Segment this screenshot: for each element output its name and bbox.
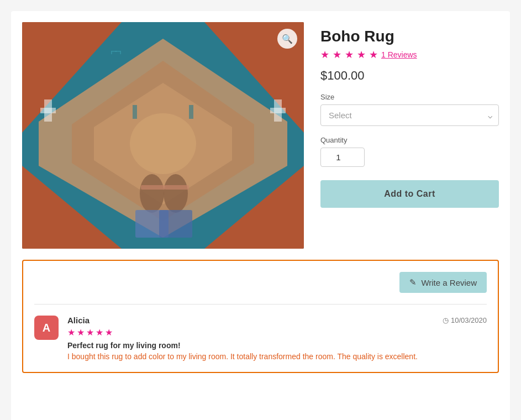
product-details: Boho Rug ★ ★ ★ ★ ★ 1 Reviews $100.00 Siz… [320,22,499,208]
review-star-4: ★ [96,327,103,338]
quantity-input[interactable] [320,148,365,167]
product-title: Boho Rug [320,28,499,45]
product-section: ⌐ ⌐ 🔍 [22,22,499,249]
clock-icon: ◷ [443,316,449,324]
size-select-wrapper: Select Small Medium Large X-Large ⌵ [320,104,499,126]
review-date: ◷ 10/03/2020 [443,316,487,324]
review-star-2: ★ [77,327,85,338]
reviews-divider [34,304,487,305]
star-2: ★ [333,49,341,61]
review-item: A Alicia ◷ 10/03/2020 ★ ★ ★ ★ ★ Perf [34,316,487,361]
product-image: ⌐ ⌐ [22,22,304,249]
reviewer-avatar: A [34,316,59,340]
write-review-label: Write a Review [421,278,477,287]
add-to-cart-button[interactable]: Add to Cart [320,180,499,208]
svg-point-8 [130,113,196,174]
write-review-button[interactable]: ✎ Write a Review [399,272,487,293]
review-headline: Perfect rug for my living room! [67,341,487,350]
star-1: ★ [320,49,329,61]
review-star-1: ★ [67,327,75,338]
svg-rect-19 [141,185,165,190]
page-container: ⌐ ⌐ 🔍 [11,11,510,420]
review-top-row: Alicia ◷ 10/03/2020 [67,316,487,325]
search-button[interactable]: 🔍 [277,29,297,49]
review-body: I bought this rug to add color to my liv… [67,352,487,361]
size-select[interactable]: Select Small Medium Large X-Large [320,104,499,126]
review-date-value: 10/03/2020 [451,316,487,324]
search-icon: 🔍 [282,34,293,44]
reviews-header: ✎ Write a Review [34,272,487,293]
size-label: Size [320,93,499,101]
review-count-link[interactable]: 1 Reviews [381,50,417,59]
review-star-5: ★ [105,327,113,338]
svg-rect-16 [189,105,193,119]
svg-rect-15 [133,105,137,119]
reviews-section: ✎ Write a Review A Alicia ◷ 10/03/2020 ★ [22,260,499,373]
review-content: Alicia ◷ 10/03/2020 ★ ★ ★ ★ ★ Perfect ru… [67,316,487,361]
svg-rect-22 [159,210,192,238]
review-stars: ★ ★ ★ ★ ★ [67,327,487,338]
product-price: $100.00 [320,69,499,83]
star-4: ★ [357,49,366,61]
svg-point-17 [140,174,164,213]
reviewer-name: Alicia [67,316,90,325]
star-3: ★ [345,49,354,61]
svg-rect-12 [40,108,56,113]
quantity-label: Quantity [320,136,499,144]
star-5: ★ [369,49,378,61]
svg-rect-14 [270,108,286,113]
svg-point-18 [164,174,188,213]
pencil-icon: ✎ [409,277,417,287]
avatar-initial: A [43,322,50,334]
svg-text:⌐: ⌐ [114,44,122,58]
product-image-container: ⌐ ⌐ 🔍 [22,22,304,249]
review-star-3: ★ [86,327,94,338]
svg-rect-20 [165,185,189,190]
stars-row: ★ ★ ★ ★ ★ 1 Reviews [320,49,499,61]
